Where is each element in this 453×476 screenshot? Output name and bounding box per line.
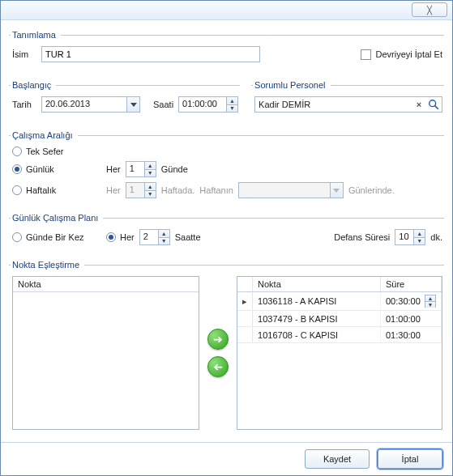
legend-sorumlu: Sorumlu Personel	[253, 80, 330, 90]
label-haftanin: Haftanın	[199, 185, 233, 195]
group-tanimlama: Tanımlama İsim Devriyeyi İptal Et	[9, 30, 444, 70]
cancel-button[interactable]: İptal	[378, 449, 442, 469]
move-right-button[interactable]: ➔	[207, 329, 229, 350]
col-nokta: Nokta	[253, 277, 381, 292]
spinner-buttons[interactable]: ▲▼	[226, 97, 237, 112]
clear-icon[interactable]: ×	[414, 100, 424, 109]
row-selector-header	[237, 277, 253, 292]
chevron-down-icon	[330, 183, 343, 198]
label-gunde: Günde	[161, 164, 188, 174]
tarih-datepicker[interactable]: 20.06.2013	[41, 96, 140, 113]
sorumlu-value: Kadir DEMİR	[259, 100, 411, 109]
table-row[interactable]: 1037479 - B KAPISI01:00:00	[237, 311, 441, 327]
dialog-window: ╳ Tanımlama İsim Devriyeyi İptal Et Başl…	[0, 0, 453, 476]
legend-tanimlama: Tanımlama	[11, 30, 61, 40]
label-isim: İsim	[12, 49, 36, 59]
cell-sure[interactable]: 00:30:00▲▼	[381, 292, 442, 311]
radio-tek-sefer[interactable]: Tek Sefer	[12, 147, 63, 156]
row-indicator: ▸	[237, 292, 253, 311]
legend-gunluk-plan: Günlük Çalışma Planı	[11, 213, 103, 223]
radio-gunde-bir-kez[interactable]: Günde Bir Kez	[12, 232, 101, 242]
chevron-down-icon	[126, 97, 139, 112]
assigned-points-grid[interactable]: Nokta Süre ▸1036118 - A KAPISI00:30:00▲▼…	[237, 276, 442, 430]
hafta-spinner: 1 ▲▼	[126, 182, 156, 198]
checkbox-box-icon	[361, 49, 371, 60]
label-gunlerinde: Günlerinde.	[348, 185, 395, 195]
cell-sure: 01:00:00	[381, 311, 442, 327]
label-tarih: Tarih	[12, 100, 36, 109]
group-sorumlu: Sorumlu Personel Kadir DEMİR ×	[251, 80, 444, 121]
radio-gunluk[interactable]: Günlük	[12, 164, 101, 174]
dialog-footer: Kaydet İptal	[1, 442, 452, 475]
content-area: Tanımlama İsim Devriyeyi İptal Et Başlan…	[1, 20, 452, 444]
window-close-button[interactable]: ╳	[412, 2, 447, 17]
group-baslangic: Başlangıç Tarih 20.06.2013 Saati 01:00:0…	[9, 80, 240, 121]
gun-spinner[interactable]: 1 ▲▼	[126, 161, 156, 177]
sorumlu-lookup[interactable]: Kadir DEMİR ×	[254, 96, 442, 113]
label-defans: Defans Süresi	[334, 232, 390, 242]
label-her: Her	[120, 232, 135, 242]
cancel-cycle-checkbox[interactable]: Devriyeyi İptal Et	[361, 49, 442, 60]
label-saati: Saati	[153, 100, 173, 109]
label-her-gun: Her	[106, 164, 121, 174]
spinner-buttons[interactable]: ▲▼	[425, 295, 436, 308]
cell-nokta: 1016708 - C KAPISI	[253, 327, 381, 343]
label-gunluk: Günlük	[26, 164, 54, 174]
row-indicator	[237, 327, 253, 343]
save-button[interactable]: Kaydet	[305, 449, 370, 469]
label-gunde-bir-kez: Günde Bir Kez	[26, 232, 84, 242]
arrow-left-icon: ➔	[213, 360, 223, 373]
move-left-button[interactable]: ➔	[207, 356, 229, 377]
tarih-value: 20.06.2013	[42, 97, 126, 112]
legend-baslangic: Başlangıç	[11, 80, 56, 90]
row-indicator	[237, 311, 253, 327]
table-row[interactable]: ▸1036118 - A KAPISI00:30:00▲▼	[237, 292, 441, 311]
titlebar: ╳	[1, 1, 452, 20]
isim-input[interactable]	[41, 46, 260, 62]
label-tek-sefer: Tek Sefer	[26, 147, 63, 156]
svg-line-1	[435, 106, 438, 109]
close-icon: ╳	[427, 6, 432, 15]
group-calisma-araligi: Çalışma Aralığı Tek Sefer Günlük Her 1 ▲…	[9, 130, 444, 206]
group-gunluk-plan: Günlük Çalışma Planı Günde Bir Kez Her 2…	[9, 213, 444, 253]
saati-time-spinner[interactable]: 01:00:00 ▲▼	[178, 96, 238, 113]
search-icon[interactable]	[427, 98, 440, 111]
cell-sure: 01:30:00	[381, 327, 442, 343]
label-dk: dk.	[430, 232, 442, 242]
defans-spinner[interactable]: 10 ▲▼	[395, 229, 425, 245]
her-saat-spinner[interactable]: 2 ▲▼	[139, 229, 170, 245]
legend-calisma-araligi: Çalışma Aralığı	[11, 130, 78, 140]
cancel-cycle-label: Devriyeyi İptal Et	[375, 49, 442, 59]
radio-haftalik[interactable]: Haftalık	[12, 185, 101, 195]
available-points-header: Nokta	[13, 277, 199, 292]
table-row[interactable]: 1016708 - C KAPISI01:30:00	[237, 327, 441, 343]
col-sure: Süre	[381, 277, 442, 292]
label-haftada: Haftada.	[161, 185, 195, 195]
legend-eslestirme: Nokta Eşleştirme	[11, 260, 84, 270]
saati-value: 01:00:00	[179, 97, 226, 112]
haftanin-gunu-select	[238, 182, 344, 198]
label-haftalik: Haftalık	[26, 185, 56, 195]
label-her-hafta: Her	[106, 185, 121, 195]
cell-nokta: 1037479 - B KAPISI	[253, 311, 381, 327]
group-eslestirme: Nokta Eşleştirme Nokta ➔ ➔	[9, 260, 444, 433]
cell-nokta: 1036118 - A KAPISI	[253, 292, 381, 311]
available-points-list[interactable]: Nokta	[12, 276, 199, 430]
arrow-right-icon: ➔	[213, 333, 223, 346]
label-saatte: Saatte	[175, 232, 201, 242]
radio-her-saatte[interactable]: Her	[106, 232, 135, 242]
